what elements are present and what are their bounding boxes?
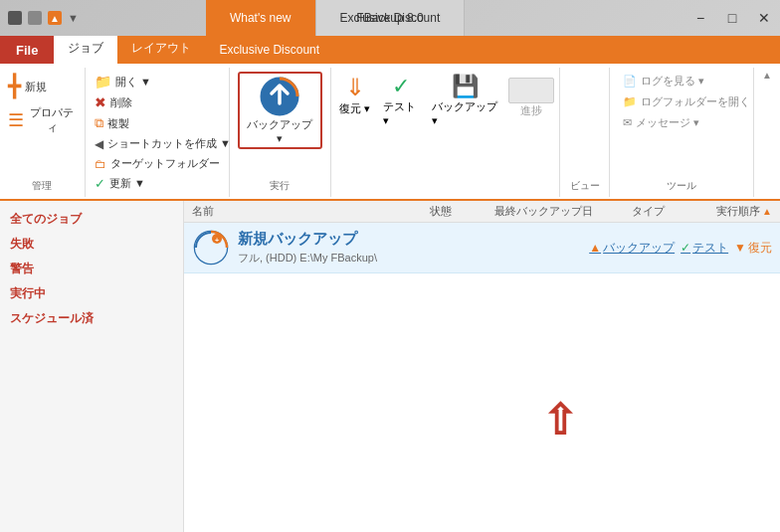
job-area: 名前 状態 最終バックアップ日 タイプ 実行順序 ▲ + [184,201,780,532]
update-button[interactable]: ✓ 更新 ▼ [90,174,225,193]
target-folder-label: ターゲットフォルダー [110,156,220,171]
job-test-action[interactable]: ✓ テスト [681,240,728,257]
view-log-label: ログを見る ▾ [641,74,704,89]
table-row[interactable]: + 新規バックアップ フル, (HDD) E:\My FBackup\ ▲ バッ… [184,223,780,273]
copy-button[interactable]: ⧉ 複製 [90,113,225,133]
tab-whats-new[interactable]: What's new [206,0,316,36]
title-bar: ▲ ▼ What's new Exclusive Discount FBacku… [0,0,780,36]
minimize-button[interactable]: − [684,0,716,36]
sort-arrow-icon: ▲ [762,206,772,217]
copy-icon: ⧉ [95,115,103,131]
window-controls: − □ ✕ [684,0,780,36]
col-lastbackup: 最終バックアップ日 [483,204,607,219]
col-status: 状態 [399,204,482,219]
backup-circle-svg [259,76,300,117]
new-label: 新規 [25,80,47,94]
ribbon-group-tools: 📄 ログを見る ▾ 📁 ログフォルダーを開く ✉ メッセージ ▾ ツール [610,68,754,197]
job-backup-action[interactable]: ▲ バックアップ [589,240,675,257]
test-check-icon: ✓ [681,241,690,255]
copy-label: 複製 [107,116,129,131]
save-icon[interactable]: ▲ [48,11,62,25]
job-icon: + [192,229,230,266]
menu-bar: File ジョブ レイアウト Exclusive Discount [0,36,780,64]
tab-exclusive[interactable]: Exclusive Discount [205,36,333,64]
sidebar: 全てのジョブ 失敗 警告 実行中 スケジュール済 [0,201,184,532]
backups-button[interactable]: 💾 バックアップ ▾ [428,72,502,129]
restore-arrow-icon: ▼ [734,241,746,255]
restore-label: 復元 ▾ [339,101,370,116]
folder-icon: 📁 [623,95,637,108]
new-button[interactable]: ╋ 新規 [4,72,81,101]
manage-right-btns: 📁 開く ▼ ✖ 削除 ⧉ 複製 ◀ ショートカットを作成 ▼ 🗀 ターゲットフ… [90,72,225,193]
open-log-folder-button[interactable]: 📁 ログフォルダーを開く [618,92,745,111]
tab-job[interactable]: ジョブ [54,36,117,64]
delete-label: 削除 [110,95,132,110]
shortcut-label: ショートカットを作成 ▼ [107,136,231,151]
file-menu[interactable]: File [0,36,54,64]
shortcut-button[interactable]: ◀ ショートカットを作成 ▼ [90,134,225,153]
sidebar-item-failed[interactable]: 失敗 [0,232,183,257]
test-label: テスト ▾ [383,99,421,127]
view-empty [568,72,601,177]
view-log-button[interactable]: 📄 ログを見る ▾ [618,72,745,90]
job-list-empty [184,273,780,532]
close-button[interactable]: ✕ [748,0,780,36]
test-icon: ✓ [392,74,410,99]
maximize-button[interactable]: □ [716,0,748,36]
ribbon-collapse-button[interactable]: ▲ [754,68,780,197]
job-restore-action[interactable]: ▼ 復元 [734,240,772,257]
restore-action-label: 復元 [748,240,772,257]
sidebar-item-all-jobs[interactable]: 全てのジョブ [0,207,183,232]
target-folder-icon: 🗀 [95,157,106,171]
spacer [335,191,556,193]
update-icon: ✓ [95,176,105,191]
view-label: ビュー [568,177,601,193]
backup-label: バックアップ ▾ [246,117,313,145]
annotation-arrow: ⇧ [542,400,577,442]
test-button[interactable]: ✓ テスト ▾ [379,72,425,129]
title-tabs: What's new Exclusive Discount [206,0,465,36]
open-log-folder-label: ログフォルダーを開く [641,94,750,109]
properties-icon: ☰ [8,111,24,129]
open-label: 開く ▼ [115,75,151,89]
execute-label: 実行 [270,177,290,193]
job-actions: ▲ バックアップ ✓ テスト ▼ 復元 [589,240,772,257]
sidebar-item-warning[interactable]: 警告 [0,257,183,281]
properties-label: プロパティ [28,105,77,135]
tools-buttons: 📄 ログを見る ▾ 📁 ログフォルダーを開く ✉ メッセージ ▾ [618,72,745,177]
restore-icon: ⇓ [345,74,365,101]
backup-button[interactable]: バックアップ ▾ [238,72,321,149]
job-name-col: 新規バックアップ フル, (HDD) E:\My FBackup\ [238,230,589,266]
col-order: 実行順序 ▲ [689,204,772,219]
quick-access-1 [28,11,42,25]
col-type: タイプ [606,204,688,219]
ribbon: ╋ 新規 ☰ プロパティ 管理 📁 開く ▼ ✖ 削除 ⧉ 複製 [0,64,780,201]
restore-button[interactable]: ⇓ 復元 ▾ [335,72,375,118]
ribbon-group-execute: ⇓ 復元 ▾ ✓ テスト ▾ 💾 バックアップ ▾ 進捗 [331,68,561,197]
message-icon: ✉ [623,116,632,129]
main-content: 全てのジョブ 失敗 警告 実行中 スケジュール済 名前 状態 最終バックアップ日… [0,201,780,532]
ribbon-group-view: ビュー [560,68,610,197]
backups-icon: 💾 [452,74,479,99]
open-button[interactable]: 📁 開く ▼ [90,72,225,91]
tab-layout[interactable]: レイアウト [117,36,205,64]
log-icon: 📄 [623,75,637,88]
open-icon: 📁 [95,74,111,89]
dropdown-arrow: ▼ [68,12,79,24]
new-icon: ╋ [8,76,21,97]
backup-icon-wrap [259,76,300,117]
sidebar-item-running[interactable]: 実行中 [0,281,183,306]
sidebar-item-scheduled[interactable]: スケジュール済 [0,306,183,331]
ribbon-group-manage-right: 📁 開く ▼ ✖ 削除 ⧉ 複製 ◀ ショートカットを作成 ▼ 🗀 ターゲットフ… [86,68,230,197]
properties-button[interactable]: ☰ プロパティ [4,103,81,137]
ribbon-group-backup: バックアップ ▾ 実行 [230,68,330,197]
backups-label: バックアップ ▾ [432,99,498,127]
execute-buttons: ⇓ 復元 ▾ ✓ テスト ▾ 💾 バックアップ ▾ 進捗 [335,72,556,191]
delete-button[interactable]: ✖ 削除 [90,92,225,112]
message-label: メッセージ ▾ [636,115,699,130]
target-folder-button[interactable]: 🗀 ターゲットフォルダー [90,154,225,173]
message-button[interactable]: ✉ メッセージ ▾ [618,113,745,132]
new-properties-group: ╋ 新規 ☰ プロパティ [4,72,81,177]
tools-label: ツール [618,177,745,193]
col-name: 名前 [192,204,399,219]
